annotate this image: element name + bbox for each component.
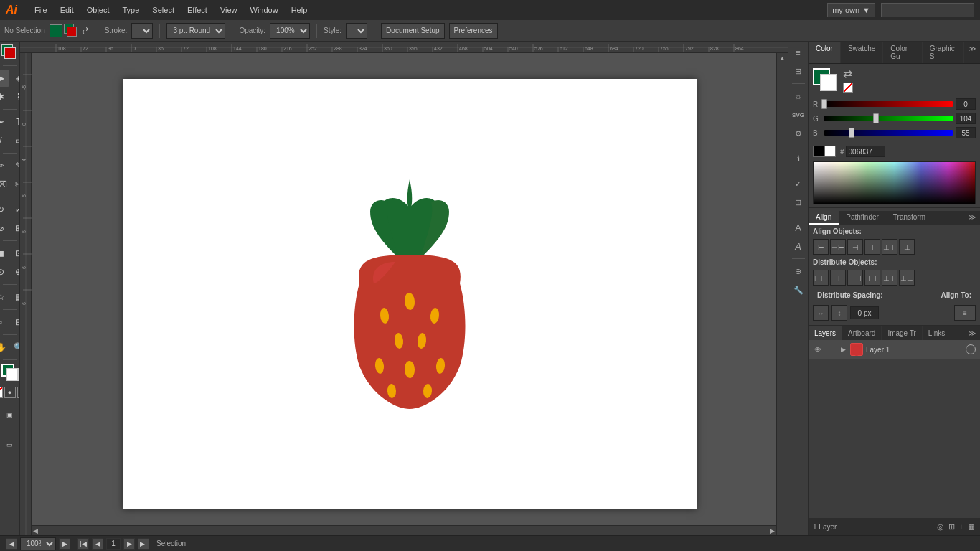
fill-stroke-tool[interactable] <box>1 44 19 59</box>
dist-center-h-btn[interactable]: ⊣⊢ <box>830 270 846 286</box>
layer-1-row[interactable]: 👁 ▶ Layer 1 <box>809 340 980 359</box>
none-active[interactable] <box>843 83 853 93</box>
swap-colors-btn[interactable]: ⇄ <box>80 25 91 37</box>
align-center-h-btn[interactable]: ⊣⊢ <box>830 239 846 255</box>
menu-effect[interactable]: Effect <box>182 4 213 16</box>
shape-builder-tool[interactable]: ⊞ <box>10 220 20 237</box>
dist-space-h-btn[interactable]: ↔ <box>813 305 829 321</box>
gear-icon[interactable]: ⚙ <box>791 126 806 141</box>
next-artboard-btn[interactable]: ▶ <box>123 538 135 550</box>
zoom-select[interactable]: 100% <box>20 537 56 550</box>
properties-icon[interactable]: ≡ <box>791 44 806 60</box>
layer-visibility-icon[interactable]: 👁 <box>813 344 823 354</box>
b-slider-track[interactable] <box>824 130 953 136</box>
menu-type[interactable]: Type <box>117 4 146 16</box>
zoom-in-btn[interactable]: ▶ <box>59 538 70 550</box>
menu-help[interactable]: Help <box>286 4 314 16</box>
align-to-btn[interactable]: ≡ <box>954 305 976 321</box>
search-input[interactable] <box>881 3 974 17</box>
align-tab[interactable]: Align <box>809 211 839 225</box>
r-slider-thumb[interactable] <box>821 99 827 109</box>
graphic-styles-tab[interactable]: Graphic S <box>923 42 964 63</box>
create-new-layer-icon[interactable]: + <box>959 522 963 532</box>
layer-expand-icon[interactable]: ▶ <box>839 345 847 354</box>
rotate-tool[interactable]: ↻ <box>0 201 9 218</box>
scroll-left-btn[interactable]: ◀ <box>33 527 38 534</box>
b-slider-thumb[interactable] <box>849 128 854 138</box>
rect-tool[interactable]: ▭ <box>10 132 20 149</box>
g-slider-track[interactable] <box>824 116 953 121</box>
grid-icon[interactable]: ⊡ <box>791 194 806 210</box>
dist-left-btn[interactable]: ⊢⊢ <box>813 270 829 286</box>
black-swatch[interactable] <box>813 146 824 157</box>
stroke-size-dropdown[interactable]: 3 pt. Round <box>166 23 225 39</box>
scale-tool[interactable]: ⤢ <box>10 201 20 218</box>
menu-view[interactable]: View <box>215 4 243 16</box>
opacity-dropdown[interactable]: 100% <box>270 23 310 39</box>
image-trace-tab[interactable]: Image Tr <box>882 326 922 340</box>
create-new-sublayer-icon[interactable]: ⊞ <box>948 522 955 532</box>
align-bottom-btn[interactable]: ⊥ <box>899 239 915 255</box>
slice-tool[interactable]: ⊟ <box>10 314 20 331</box>
r-slider-track[interactable] <box>824 101 953 107</box>
prev-artboard-btn[interactable]: ◀ <box>92 538 103 550</box>
color-panel-expand[interactable]: ≫ <box>964 42 980 63</box>
type-tool[interactable]: T <box>10 113 20 131</box>
column-graph-tool[interactable]: ▦ <box>10 288 20 306</box>
stroke-active[interactable] <box>820 74 837 91</box>
dist-right-btn[interactable]: ⊣⊣ <box>847 270 863 286</box>
para-icon[interactable]: A <box>791 238 806 254</box>
check-icon[interactable]: ✓ <box>791 176 806 192</box>
layers-tab[interactable]: Layers <box>809 326 842 340</box>
none-icon[interactable] <box>0 387 3 398</box>
zoom-out-btn[interactable]: ◀ <box>6 538 17 550</box>
prev-page-btn[interactable]: |◀ <box>77 538 89 550</box>
artboard-tool[interactable]: ▫ <box>0 314 9 331</box>
eyedropper-tool[interactable]: ⊙ <box>0 263 9 281</box>
blend-tool[interactable]: ⊕ <box>10 263 20 281</box>
eraser-tool[interactable]: ⌫ <box>0 176 9 193</box>
menu-file[interactable]: File <box>29 4 53 16</box>
align-panel-expand[interactable]: ≫ <box>964 211 980 225</box>
artboard[interactable] <box>123 79 697 509</box>
paintbrush-tool[interactable]: ✏ <box>0 157 9 174</box>
canvas-area[interactable]: 108 72 36 0 36 72 108 144 180 <box>20 42 788 535</box>
scroll-right-btn[interactable]: ▶ <box>770 527 775 534</box>
selection-tool[interactable]: ▶ <box>0 70 9 87</box>
draw-inside-btn[interactable]: ▣ <box>1 406 19 423</box>
dist-center-v-btn[interactable]: ⊥⊤ <box>882 270 897 286</box>
change-screen-btn[interactable]: ▭ <box>1 436 19 453</box>
doc-settings-btn[interactable]: Document Setup <box>381 23 445 39</box>
page-number-input[interactable] <box>106 538 121 550</box>
hand-tool[interactable]: ✋ <box>0 339 9 356</box>
layers-panel-expand[interactable]: ≫ <box>964 326 980 340</box>
lasso-tool[interactable]: ⌇ <box>10 88 20 105</box>
white-swatch[interactable] <box>824 146 836 157</box>
menu-select[interactable]: Select <box>146 4 180 16</box>
align-right-btn[interactable]: ⊣ <box>847 239 863 255</box>
pencil-tool[interactable]: ✎ <box>10 157 20 174</box>
delete-layer-icon[interactable]: 🗑 <box>968 522 976 532</box>
wrench-icon[interactable]: 🔧 <box>791 282 806 298</box>
next-page-btn[interactable]: ▶| <box>138 538 149 550</box>
type-style-icon[interactable]: A <box>791 220 806 235</box>
dist-bottom-btn[interactable]: ⊥⊥ <box>899 270 915 286</box>
dist-top-btn[interactable]: ⊤⊤ <box>864 270 880 286</box>
fill-stroke-bottom[interactable] <box>0 364 20 384</box>
color-icon[interactable]: ● <box>4 387 16 398</box>
swap-active-btn[interactable]: ⇄ <box>843 67 853 80</box>
mesh-tool[interactable]: ⊡ <box>10 245 20 262</box>
preferences-btn[interactable]: Preferences <box>449 23 498 39</box>
workspace-dropdown[interactable]: my own ▼ <box>827 3 875 17</box>
stroke-dropdown[interactable] <box>131 23 153 39</box>
h-scrollbar[interactable]: ◀ ▶ <box>32 525 776 535</box>
warp-tool[interactable]: ⌀ <box>0 220 9 237</box>
canvas-wrapper[interactable] <box>32 53 788 535</box>
dist-space-v-btn[interactable]: ↕ <box>831 305 847 321</box>
plugin-icon[interactable]: ⊕ <box>791 263 806 279</box>
symbol-tool[interactable]: ☆ <box>0 288 9 306</box>
make-clipping-mask-icon[interactable]: ◎ <box>937 522 944 532</box>
transform-tab[interactable]: Transform <box>886 211 933 225</box>
swatches-tab[interactable]: Swatche <box>841 42 883 63</box>
g-slider-thumb[interactable] <box>873 113 879 123</box>
